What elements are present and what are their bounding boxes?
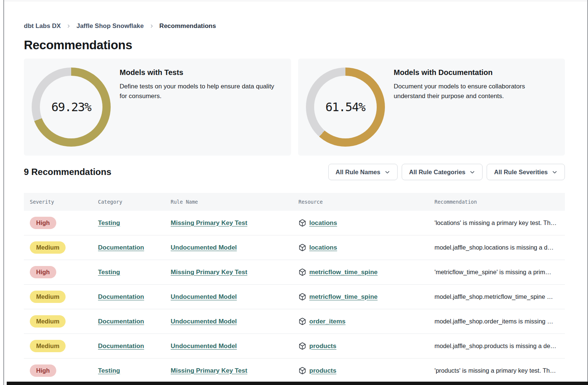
resource-link[interactable]: locations	[309, 219, 337, 227]
category-link[interactable]: Testing	[98, 269, 120, 276]
filter-rule-names-dropdown[interactable]: All Rule Names	[328, 164, 398, 180]
resource-cell: products	[298, 367, 434, 375]
recommendations-table: Severity Category Rule Name Resource Rec…	[24, 193, 565, 383]
severity-badge: Medium	[30, 241, 66, 254]
table-row: High Testing Missing Primary Key Test pr…	[24, 359, 565, 383]
chevron-down-icon	[385, 169, 390, 175]
model-cube-icon	[298, 219, 306, 227]
filter-rule-severities-dropdown[interactable]: All Rule Severities	[487, 164, 565, 180]
severity-badge: Medium	[30, 315, 66, 328]
resource-link[interactable]: locations	[309, 244, 337, 251]
model-cube-icon	[298, 268, 306, 276]
recommendation-text: model.jaffle_shop.order_items is missing…	[434, 318, 565, 325]
page-title: Recommendations	[24, 38, 565, 52]
resource-cell: locations	[298, 244, 434, 251]
chevron-down-icon	[470, 169, 475, 175]
model-cube-icon	[298, 293, 306, 301]
severity-badge: High	[30, 266, 56, 278]
table-body: High Testing Missing Primary Key Test lo…	[24, 211, 565, 383]
breadcrumb: dbt Labs DX Jaffle Shop Snowflake Recomm…	[24, 22, 565, 30]
tests-donut-chart: 69.23%	[32, 68, 111, 147]
category-link[interactable]: Documentation	[98, 293, 144, 301]
model-cube-icon	[298, 367, 306, 375]
recommendation-text: 'locations' is missing a primary key tes…	[434, 219, 565, 226]
category-link[interactable]: Testing	[98, 219, 120, 227]
filter-rule-categories-dropdown[interactable]: All Rule Categories	[402, 164, 483, 180]
severity-badge: Medium	[30, 340, 66, 352]
window-left-edge	[3, 0, 4, 385]
window-top-edge	[4, 1, 588, 1]
recommendation-text: model.jaffle_shop.products is missing a …	[434, 342, 565, 350]
category-link[interactable]: Documentation	[98, 318, 144, 325]
resource-link[interactable]: metricflow_time_spine	[309, 269, 377, 276]
rule-name-link[interactable]: Undocumented Model	[171, 293, 237, 301]
filter-label: All Rule Names	[336, 169, 380, 176]
table-row: Medium Documentation Undocumented Model …	[24, 285, 565, 309]
category-link[interactable]: Documentation	[98, 244, 144, 251]
breadcrumb-item-jaffle-shop-snowflake[interactable]: Jaffle Shop Snowflake	[76, 22, 143, 30]
resource-link[interactable]: order_items	[309, 318, 345, 325]
column-header-resource: Resource	[298, 199, 434, 205]
table-row: Medium Documentation Undocumented Model …	[24, 235, 565, 260]
category-link[interactable]: Testing	[98, 367, 120, 375]
resource-cell: metricflow_time_spine	[298, 268, 434, 276]
tests-percent-value: 69.23%	[32, 68, 111, 147]
recommendation-text: 'metricflow_time_spine' is missing a pri…	[434, 269, 565, 276]
card-models-with-documentation: 61.54% Models with Documentation Documen…	[298, 59, 565, 156]
recommendations-count: 9 Recommendations	[24, 167, 111, 177]
category-link[interactable]: Documentation	[98, 342, 144, 350]
table-row: Medium Documentation Undocumented Model …	[24, 309, 565, 334]
table-row: Medium Documentation Undocumented Model …	[24, 334, 565, 359]
table-row: High Testing Missing Primary Key Test lo…	[24, 211, 565, 235]
rule-name-link[interactable]: Missing Primary Key Test	[171, 367, 247, 375]
model-cube-icon	[298, 317, 306, 325]
chevron-down-icon	[552, 169, 557, 175]
resource-cell: order_items	[298, 317, 434, 325]
severity-badge: High	[30, 217, 56, 229]
documentation-donut-chart: 61.54%	[306, 68, 385, 147]
model-cube-icon	[298, 244, 306, 251]
card-title: Models with Tests	[120, 68, 282, 77]
rule-name-link[interactable]: Undocumented Model	[171, 244, 237, 251]
recommendation-text: model.jaffle_shop.locations is missing a…	[434, 244, 565, 251]
resource-link[interactable]: products	[309, 342, 336, 350]
rule-name-link[interactable]: Missing Primary Key Test	[171, 269, 247, 276]
model-cube-icon	[298, 342, 306, 350]
chevron-right-icon	[149, 24, 154, 28]
card-text: Models with Tests Define tests on your m…	[120, 59, 282, 101]
column-header-recommendation: Recommendation	[434, 199, 565, 205]
breadcrumb-item-recommendations: Recommendations	[159, 22, 216, 30]
severity-badge: Medium	[30, 291, 66, 303]
card-title: Models with Documentation	[394, 68, 556, 77]
column-header-rule-name: Rule Name	[171, 199, 298, 205]
resource-link[interactable]: products	[309, 367, 336, 375]
column-header-severity: Severity	[30, 199, 98, 205]
card-text: Models with Documentation Document your …	[394, 59, 556, 101]
card-models-with-tests: 69.23% Models with Tests Define tests on…	[24, 59, 291, 156]
documentation-percent-value: 61.54%	[306, 68, 385, 147]
window-bottom-bar	[7, 382, 588, 385]
filter-label: All Rule Categories	[409, 169, 465, 176]
resource-link[interactable]: metricflow_time_spine	[309, 293, 377, 301]
resource-cell: products	[298, 342, 434, 350]
rule-name-link[interactable]: Undocumented Model	[171, 318, 237, 325]
resource-cell: locations	[298, 219, 434, 227]
card-description: Document your models to ensure collabora…	[394, 82, 556, 101]
column-header-category: Category	[98, 199, 171, 205]
table-row: High Testing Missing Primary Key Test me…	[24, 260, 565, 285]
main-content: dbt Labs DX Jaffle Shop Snowflake Recomm…	[24, 0, 565, 383]
stat-cards: 69.23% Models with Tests Define tests on…	[24, 59, 565, 156]
filter-label: All Rule Severities	[494, 169, 548, 176]
chevron-right-icon	[66, 24, 71, 28]
recommendation-text: 'products' is missing a primary key test…	[434, 367, 565, 374]
breadcrumb-item-dbt-labs-dx[interactable]: dbt Labs DX	[24, 22, 61, 30]
filter-group: All Rule Names All Rule Categories All R…	[328, 164, 565, 180]
rule-name-link[interactable]: Undocumented Model	[171, 342, 237, 350]
recommendation-text: model.jaffle_shop.metricflow_time_spine …	[434, 293, 565, 300]
recommendations-toolbar: 9 Recommendations All Rule Names All Rul…	[24, 164, 565, 180]
severity-badge: High	[30, 364, 56, 377]
table-header: Severity Category Rule Name Resource Rec…	[24, 193, 565, 211]
card-description: Define tests on your models to help ensu…	[120, 82, 282, 101]
rule-name-link[interactable]: Missing Primary Key Test	[171, 219, 247, 227]
resource-cell: metricflow_time_spine	[298, 293, 434, 301]
